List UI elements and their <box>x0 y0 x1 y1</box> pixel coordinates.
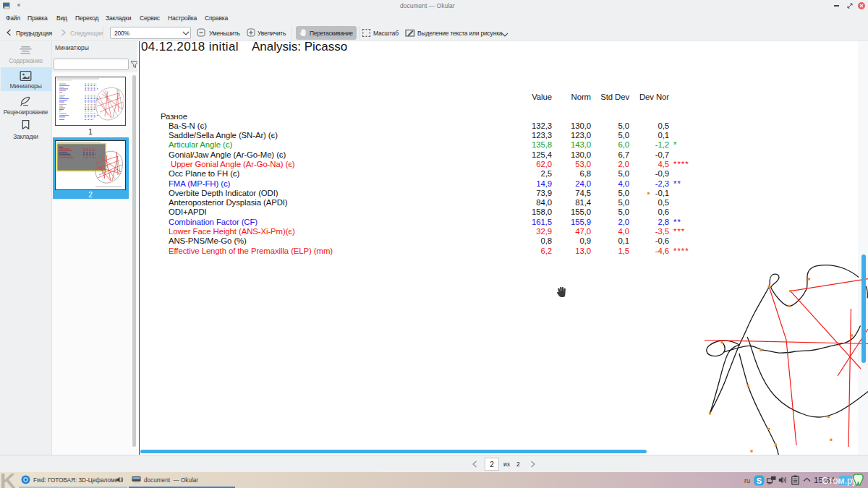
svg-text:S: S <box>757 476 762 484</box>
